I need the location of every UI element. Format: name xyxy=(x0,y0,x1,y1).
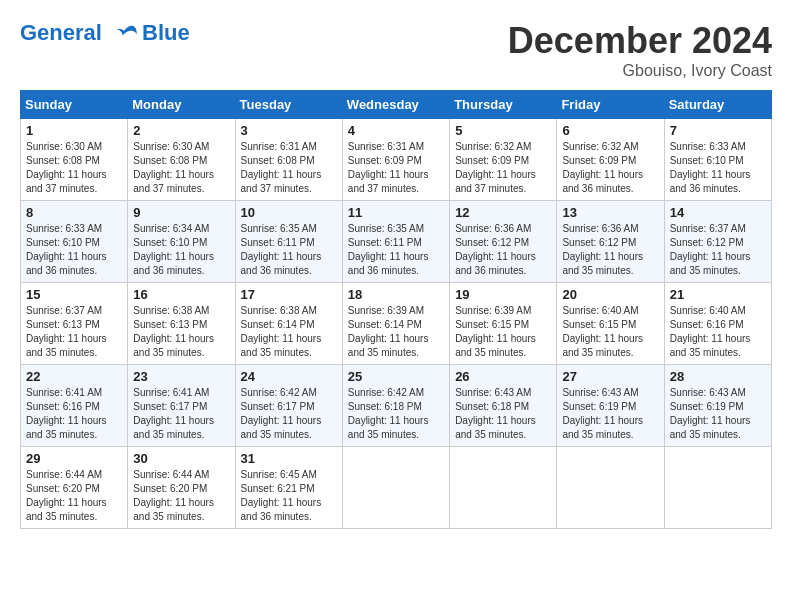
col-friday: Friday xyxy=(557,91,664,119)
sunrise-text: Sunrise: 6:38 AM xyxy=(241,304,337,318)
day-number: 1 xyxy=(26,123,122,138)
sunrise-text: Sunrise: 6:36 AM xyxy=(455,222,551,236)
sunrise-text: Sunrise: 6:35 AM xyxy=(348,222,444,236)
logo-blue: Blue xyxy=(142,20,190,46)
day-number: 31 xyxy=(241,451,337,466)
calendar-cell: 22 Sunrise: 6:41 AM Sunset: 6:16 PM Dayl… xyxy=(21,365,128,447)
sunrise-text: Sunrise: 6:31 AM xyxy=(348,140,444,154)
sunset-text: Sunset: 6:09 PM xyxy=(562,154,658,168)
day-number: 6 xyxy=(562,123,658,138)
calendar-cell: 13 Sunrise: 6:36 AM Sunset: 6:12 PM Dayl… xyxy=(557,201,664,283)
sunset-text: Sunset: 6:10 PM xyxy=(670,154,766,168)
day-info: Sunrise: 6:35 AM Sunset: 6:11 PM Dayligh… xyxy=(348,222,444,278)
day-info: Sunrise: 6:40 AM Sunset: 6:15 PM Dayligh… xyxy=(562,304,658,360)
day-info: Sunrise: 6:44 AM Sunset: 6:20 PM Dayligh… xyxy=(26,468,122,524)
calendar-cell xyxy=(664,447,771,529)
day-number: 20 xyxy=(562,287,658,302)
calendar-cell: 16 Sunrise: 6:38 AM Sunset: 6:13 PM Dayl… xyxy=(128,283,235,365)
day-number: 5 xyxy=(455,123,551,138)
calendar-cell: 23 Sunrise: 6:41 AM Sunset: 6:17 PM Dayl… xyxy=(128,365,235,447)
day-info: Sunrise: 6:39 AM Sunset: 6:14 PM Dayligh… xyxy=(348,304,444,360)
sunset-text: Sunset: 6:16 PM xyxy=(26,400,122,414)
sunset-text: Sunset: 6:12 PM xyxy=(670,236,766,250)
day-info: Sunrise: 6:39 AM Sunset: 6:15 PM Dayligh… xyxy=(455,304,551,360)
sunrise-text: Sunrise: 6:40 AM xyxy=(562,304,658,318)
calendar-header-row: Sunday Monday Tuesday Wednesday Thursday… xyxy=(21,91,772,119)
daylight-text: Daylight: 11 hours and 35 minutes. xyxy=(455,332,551,360)
month-title: December 2024 xyxy=(508,20,772,62)
calendar-cell: 27 Sunrise: 6:43 AM Sunset: 6:19 PM Dayl… xyxy=(557,365,664,447)
col-thursday: Thursday xyxy=(450,91,557,119)
day-info: Sunrise: 6:43 AM Sunset: 6:19 PM Dayligh… xyxy=(670,386,766,442)
sunset-text: Sunset: 6:20 PM xyxy=(26,482,122,496)
day-info: Sunrise: 6:45 AM Sunset: 6:21 PM Dayligh… xyxy=(241,468,337,524)
sunset-text: Sunset: 6:08 PM xyxy=(133,154,229,168)
daylight-text: Daylight: 11 hours and 36 minutes. xyxy=(241,496,337,524)
calendar-cell: 17 Sunrise: 6:38 AM Sunset: 6:14 PM Dayl… xyxy=(235,283,342,365)
day-info: Sunrise: 6:36 AM Sunset: 6:12 PM Dayligh… xyxy=(455,222,551,278)
sunrise-text: Sunrise: 6:30 AM xyxy=(26,140,122,154)
calendar-cell: 11 Sunrise: 6:35 AM Sunset: 6:11 PM Dayl… xyxy=(342,201,449,283)
calendar-row: 15 Sunrise: 6:37 AM Sunset: 6:13 PM Dayl… xyxy=(21,283,772,365)
daylight-text: Daylight: 11 hours and 35 minutes. xyxy=(562,414,658,442)
sunrise-text: Sunrise: 6:43 AM xyxy=(670,386,766,400)
sunset-text: Sunset: 6:11 PM xyxy=(241,236,337,250)
day-info: Sunrise: 6:43 AM Sunset: 6:18 PM Dayligh… xyxy=(455,386,551,442)
daylight-text: Daylight: 11 hours and 35 minutes. xyxy=(241,332,337,360)
day-number: 27 xyxy=(562,369,658,384)
day-info: Sunrise: 6:30 AM Sunset: 6:08 PM Dayligh… xyxy=(26,140,122,196)
col-wednesday: Wednesday xyxy=(342,91,449,119)
daylight-text: Daylight: 11 hours and 35 minutes. xyxy=(26,496,122,524)
sunrise-text: Sunrise: 6:37 AM xyxy=(670,222,766,236)
sunrise-text: Sunrise: 6:38 AM xyxy=(133,304,229,318)
calendar-cell: 14 Sunrise: 6:37 AM Sunset: 6:12 PM Dayl… xyxy=(664,201,771,283)
day-info: Sunrise: 6:32 AM Sunset: 6:09 PM Dayligh… xyxy=(562,140,658,196)
sunset-text: Sunset: 6:11 PM xyxy=(348,236,444,250)
daylight-text: Daylight: 11 hours and 36 minutes. xyxy=(670,168,766,196)
sunrise-text: Sunrise: 6:44 AM xyxy=(26,468,122,482)
day-number: 13 xyxy=(562,205,658,220)
sunset-text: Sunset: 6:13 PM xyxy=(133,318,229,332)
calendar-cell: 28 Sunrise: 6:43 AM Sunset: 6:19 PM Dayl… xyxy=(664,365,771,447)
day-info: Sunrise: 6:44 AM Sunset: 6:20 PM Dayligh… xyxy=(133,468,229,524)
calendar-cell: 30 Sunrise: 6:44 AM Sunset: 6:20 PM Dayl… xyxy=(128,447,235,529)
day-number: 7 xyxy=(670,123,766,138)
sunrise-text: Sunrise: 6:41 AM xyxy=(26,386,122,400)
day-info: Sunrise: 6:34 AM Sunset: 6:10 PM Dayligh… xyxy=(133,222,229,278)
day-number: 8 xyxy=(26,205,122,220)
day-info: Sunrise: 6:38 AM Sunset: 6:13 PM Dayligh… xyxy=(133,304,229,360)
day-number: 17 xyxy=(241,287,337,302)
day-number: 11 xyxy=(348,205,444,220)
calendar-cell: 12 Sunrise: 6:36 AM Sunset: 6:12 PM Dayl… xyxy=(450,201,557,283)
sunrise-text: Sunrise: 6:45 AM xyxy=(241,468,337,482)
day-info: Sunrise: 6:42 AM Sunset: 6:18 PM Dayligh… xyxy=(348,386,444,442)
col-saturday: Saturday xyxy=(664,91,771,119)
daylight-text: Daylight: 11 hours and 36 minutes. xyxy=(348,250,444,278)
sunrise-text: Sunrise: 6:32 AM xyxy=(455,140,551,154)
daylight-text: Daylight: 11 hours and 36 minutes. xyxy=(562,168,658,196)
daylight-text: Daylight: 11 hours and 35 minutes. xyxy=(133,332,229,360)
sunset-text: Sunset: 6:12 PM xyxy=(562,236,658,250)
day-info: Sunrise: 6:32 AM Sunset: 6:09 PM Dayligh… xyxy=(455,140,551,196)
calendar-cell: 1 Sunrise: 6:30 AM Sunset: 6:08 PM Dayli… xyxy=(21,119,128,201)
day-number: 12 xyxy=(455,205,551,220)
calendar-cell: 6 Sunrise: 6:32 AM Sunset: 6:09 PM Dayli… xyxy=(557,119,664,201)
logo: General Blue xyxy=(20,20,190,46)
logo-bird-icon xyxy=(112,23,138,45)
day-number: 16 xyxy=(133,287,229,302)
daylight-text: Daylight: 11 hours and 35 minutes. xyxy=(26,332,122,360)
day-number: 22 xyxy=(26,369,122,384)
sunrise-text: Sunrise: 6:30 AM xyxy=(133,140,229,154)
daylight-text: Daylight: 11 hours and 37 minutes. xyxy=(26,168,122,196)
day-info: Sunrise: 6:37 AM Sunset: 6:12 PM Dayligh… xyxy=(670,222,766,278)
calendar-row: 1 Sunrise: 6:30 AM Sunset: 6:08 PM Dayli… xyxy=(21,119,772,201)
day-number: 26 xyxy=(455,369,551,384)
day-number: 18 xyxy=(348,287,444,302)
day-number: 28 xyxy=(670,369,766,384)
daylight-text: Daylight: 11 hours and 37 minutes. xyxy=(241,168,337,196)
calendar-cell: 8 Sunrise: 6:33 AM Sunset: 6:10 PM Dayli… xyxy=(21,201,128,283)
sunset-text: Sunset: 6:17 PM xyxy=(241,400,337,414)
day-number: 4 xyxy=(348,123,444,138)
day-info: Sunrise: 6:33 AM Sunset: 6:10 PM Dayligh… xyxy=(670,140,766,196)
day-info: Sunrise: 6:38 AM Sunset: 6:14 PM Dayligh… xyxy=(241,304,337,360)
